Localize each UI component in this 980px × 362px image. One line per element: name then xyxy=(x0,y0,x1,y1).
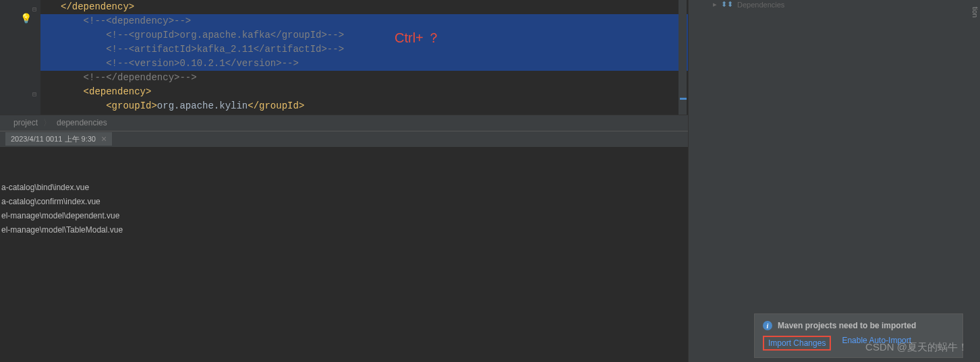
breadcrumb: project 〉 dependencies xyxy=(0,115,688,131)
scroll-marker[interactable] xyxy=(680,98,687,100)
code-text: <!--<artifactId>kafka_2.11</artifactId>-… xyxy=(106,44,344,55)
code-text: <!--<groupId>org.apache.kafka</groupId>-… xyxy=(106,30,344,40)
console-tab[interactable]: 2023/4/11 0011 上午 9:30 × xyxy=(5,132,112,146)
code-text: </dependency> xyxy=(61,1,134,12)
breadcrumb-project[interactable]: project xyxy=(13,118,38,127)
fold-icon[interactable]: ⊟ xyxy=(32,88,36,102)
code-text: <!--<version>0.10.2.1</version>--> xyxy=(106,58,299,69)
console-tab-label: 2023/4/11 0011 上午 9:30 xyxy=(11,134,96,144)
maven-panel: ▸ ⬍⬍ Dependencies tion xyxy=(688,0,980,362)
close-icon[interactable]: × xyxy=(101,133,107,144)
maven-import-notification: i Maven projects need to be imported Imp… xyxy=(754,313,963,358)
code-text: <!--</dependency>--> xyxy=(84,72,197,83)
code-editor[interactable]: 💡 ⊟ ⊟ </dependency> <!--<dependency>--> … xyxy=(0,0,688,115)
info-icon: i xyxy=(763,321,772,330)
code-text: <groupId> xyxy=(106,100,157,111)
code-text: <!--<dependency>--> xyxy=(84,16,192,26)
chevron-right-icon: 〉 xyxy=(43,117,51,129)
bulb-icon[interactable]: 💡 xyxy=(20,12,32,26)
fold-icon[interactable]: ⊟ xyxy=(32,3,36,17)
dependencies-icon: ⬍⬍ xyxy=(721,0,733,9)
breadcrumb-dependencies[interactable]: dependencies xyxy=(57,118,107,127)
import-changes-link[interactable]: Import Changes xyxy=(763,336,831,351)
shortcut-hint-overlay: Ctrl+ ？ xyxy=(395,31,440,45)
code-text: </groupId> xyxy=(248,100,304,111)
tree-node-label: Dependencies xyxy=(737,1,784,9)
sidebar-vertical-label: tion xyxy=(971,7,979,18)
code-text: <dependency> xyxy=(84,86,152,97)
editor-gutter: 💡 ⊟ ⊟ xyxy=(0,0,40,115)
maven-tree-node[interactable]: ▸ ⬍⬍ Dependencies xyxy=(713,0,784,9)
notification-title-text: Maven projects need to be imported xyxy=(778,321,916,330)
enable-auto-import-link[interactable]: Enable Auto-Import xyxy=(842,336,911,351)
chevron-right-icon: ▸ xyxy=(713,0,717,9)
code-text: org.apache.kylin xyxy=(157,100,248,111)
